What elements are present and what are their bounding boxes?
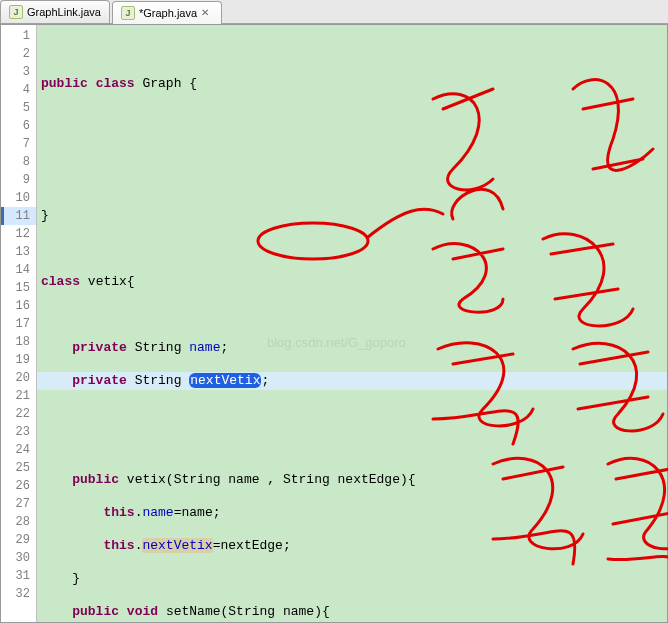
tab-label: *Graph.java <box>139 7 197 19</box>
code-area[interactable]: public class Graph { } class vetix{ priv… <box>37 25 667 622</box>
line-number: 28 <box>1 513 36 531</box>
line-number: 7 <box>1 135 36 153</box>
tab-bar: J GraphLink.java J *Graph.java ✕ <box>0 0 668 24</box>
line-number: 13 <box>1 243 36 261</box>
line-number: 26 <box>1 477 36 495</box>
selected-text: nextVetix <box>189 373 261 388</box>
line-number: 11 <box>1 207 36 225</box>
line-number: 27 <box>1 495 36 513</box>
line-number: 8 <box>1 153 36 171</box>
line-number: 31 <box>1 567 36 585</box>
line-number: 32 <box>1 585 36 603</box>
line-number: 29 <box>1 531 36 549</box>
editor: 1234567891011121314151617181920212223242… <box>0 24 668 623</box>
line-number: 25 <box>1 459 36 477</box>
line-gutter: 1234567891011121314151617181920212223242… <box>1 25 37 622</box>
line-number: 19 <box>1 351 36 369</box>
line-number: 17 <box>1 315 36 333</box>
tab-graph[interactable]: J *Graph.java ✕ <box>112 1 222 24</box>
line-number: 20 <box>1 369 36 387</box>
line-number: 4 <box>1 81 36 99</box>
line-number: 6 <box>1 117 36 135</box>
line-number: 16 <box>1 297 36 315</box>
line-number: 2 <box>1 45 36 63</box>
java-file-icon: J <box>9 5 23 19</box>
line-number: 3 <box>1 63 36 81</box>
line-number: 12 <box>1 225 36 243</box>
line-number: 21 <box>1 387 36 405</box>
line-number: 15 <box>1 279 36 297</box>
tab-label: GraphLink.java <box>27 6 101 18</box>
line-number: 23 <box>1 423 36 441</box>
line-number: 1 <box>1 27 36 45</box>
close-icon[interactable]: ✕ <box>201 7 213 19</box>
line-number: 5 <box>1 99 36 117</box>
java-file-icon: J <box>121 6 135 20</box>
line-number: 18 <box>1 333 36 351</box>
line-number: 9 <box>1 171 36 189</box>
line-number: 30 <box>1 549 36 567</box>
line-number: 22 <box>1 405 36 423</box>
tab-graphlink[interactable]: J GraphLink.java <box>0 0 110 23</box>
line-number: 10 <box>1 189 36 207</box>
line-number: 24 <box>1 441 36 459</box>
line-number: 14 <box>1 261 36 279</box>
